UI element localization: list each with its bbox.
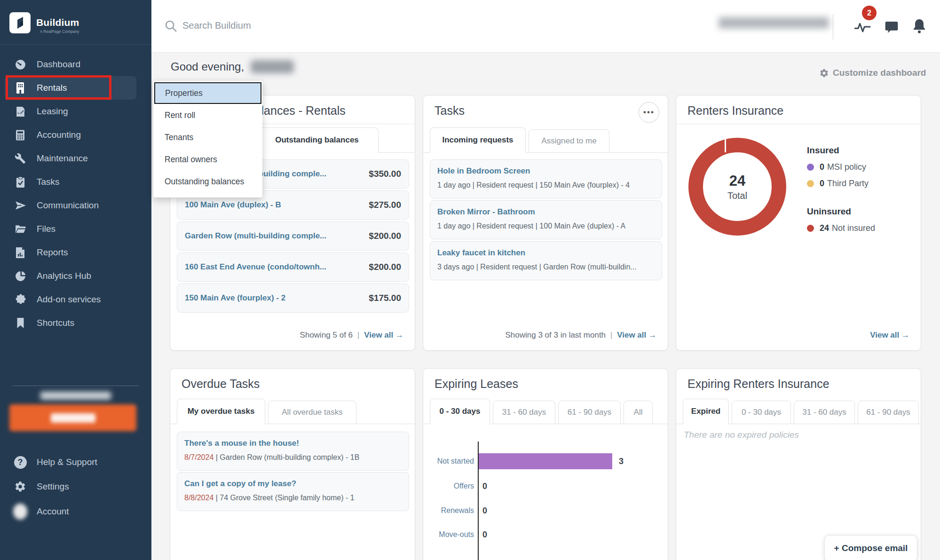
sidebar-item-maintenance[interactable]: Maintenance	[0, 147, 151, 170]
sidebar-item-reports[interactable]: Reports	[0, 241, 151, 264]
card-footer: View all →	[870, 331, 909, 340]
card-tasks: Tasks ••• Incoming requests Assigned to …	[423, 95, 668, 351]
report-doc-icon	[14, 246, 26, 259]
showing-count: Showing 3 of 3 in last month	[505, 331, 606, 340]
legend-dot-purple	[807, 164, 814, 171]
sidebar-item-add-on-services[interactable]: Add-on services	[0, 288, 151, 311]
card-title: Overdue Tasks	[182, 377, 260, 391]
menu-item-properties[interactable]: Properties	[154, 82, 261, 104]
card-footer: Showing 3 of 3 in last month | View all …	[505, 331, 656, 340]
balance-row[interactable]: 160 East End Avenue (condo/townh... $200…	[177, 252, 409, 282]
sidebar-item-leasing[interactable]: Leasing	[0, 100, 151, 123]
rentals-dropdown-menu: Properties Rent roll Tenants Rental owne…	[153, 81, 262, 197]
search-input[interactable]: Search Buildium	[182, 20, 251, 31]
chat-icon[interactable]	[884, 20, 900, 35]
activity-pulse-icon[interactable]	[853, 17, 873, 36]
legend-heading-uninsured: Uninsured	[807, 206, 915, 217]
sidebar-item-settings[interactable]: Settings	[0, 475, 151, 498]
overdue-date: 8/7/2024	[184, 453, 213, 461]
brand-name: Buildium	[36, 17, 79, 28]
legend-item-not-insured: 24 Not insured	[807, 223, 915, 233]
legend-item-third-party: 0 Third Party	[807, 179, 915, 189]
speedometer-icon	[14, 58, 26, 71]
sidebar-item-rentals[interactable]: Rentals	[5, 76, 136, 100]
donut-center: 24 Total	[688, 138, 786, 236]
sidebar-nav: Dashboard Rentals Leasing Accounting Mai…	[0, 53, 151, 335]
tab-all[interactable]: All	[624, 401, 653, 424]
tab-all-overdue-tasks[interactable]: All overdue tasks	[268, 401, 356, 424]
sidebar-item-shortcuts[interactable]: Shortcuts	[0, 311, 151, 335]
bookmark-icon	[14, 317, 26, 329]
brand-text: Buildium A RealPage Company	[36, 17, 79, 34]
legend-item-msi: 0 MSI policy	[807, 162, 915, 172]
card-expiring-renters-insurance: Expiring Renters Insurance Expired 0 - 3…	[676, 368, 921, 560]
menu-item-tenants[interactable]: Tenants	[153, 126, 262, 149]
gear-icon	[819, 68, 829, 78]
overdue-task-item[interactable]: Can I get a copy of my lease? 8/8/2024 |…	[177, 472, 409, 511]
divider	[676, 124, 921, 124]
task-item[interactable]: Hole in Bedroom Screen 1 day ago | Resid…	[430, 159, 662, 198]
sidebar-item-files[interactable]: Files	[0, 217, 151, 241]
card-overdue-tasks: Overdue Tasks My overdue tasks All overd…	[170, 368, 415, 560]
overdue-date: 8/8/2024	[184, 494, 213, 502]
tab-0-30-days[interactable]: 0 - 30 days	[430, 399, 490, 424]
empty-state-message: There are no expired policies	[684, 430, 799, 440]
notification-badge: 2	[862, 6, 877, 20]
view-all-link[interactable]: View all →	[364, 331, 403, 340]
topbar-divider	[833, 14, 833, 39]
legend-dot-gold	[807, 180, 814, 187]
wrench-icon	[14, 152, 26, 165]
brand-subtitle: A RealPage Company	[36, 29, 79, 34]
card-title: Renters Insurance	[687, 104, 783, 118]
topbar: Search Buildium 2	[151, 0, 940, 53]
user-email-redacted[interactable]	[719, 17, 829, 29]
menu-item-rent-roll[interactable]: Rent roll	[153, 104, 262, 126]
tab-expired[interactable]: Expired	[683, 399, 729, 424]
sidebar-item-tasks[interactable]: Tasks	[0, 170, 151, 194]
overdue-task-item[interactable]: There's a mouse in the house! 8/7/2024 |…	[177, 432, 409, 471]
kebab-menu-icon[interactable]: •••	[639, 102, 659, 123]
card-title: Expiring Leases	[434, 377, 518, 391]
tab-61-90-days[interactable]: 61 - 90 days	[558, 401, 621, 424]
balance-row[interactable]: 150 Main Ave (fourplex) - 2 $175.00	[177, 284, 409, 313]
tab-outstanding-balances[interactable]: Outstanding balances	[255, 127, 379, 153]
customize-dashboard-label: Customize dashboard	[833, 68, 926, 78]
sidebar-item-analytics-hub[interactable]: Analytics Hub	[0, 264, 151, 288]
sidebar-item-accounting[interactable]: Accounting	[0, 123, 151, 147]
chart-row-not-started: Not started 3	[423, 453, 658, 470]
tab-assigned-to-me[interactable]: Assigned to me	[529, 129, 609, 153]
paper-plane-icon	[14, 199, 26, 212]
chart-row-offers: Offers 0	[423, 478, 658, 495]
task-item[interactable]: Leaky faucet in kitchen 3 days ago | Res…	[430, 241, 662, 280]
lease-pen-icon	[14, 105, 26, 118]
task-item[interactable]: Broken Mirror - Bathroom 1 day ago | Res…	[430, 200, 662, 239]
menu-item-outstanding-balances[interactable]: Outstanding balances	[153, 171, 262, 193]
bell-icon[interactable]	[911, 18, 927, 35]
sidebar-item-help-support[interactable]: ? Help & Support	[0, 450, 151, 474]
search-icon[interactable]	[164, 19, 178, 33]
buildium-logo-icon[interactable]	[9, 12, 31, 33]
trial-cta-button-redacted[interactable]	[9, 404, 136, 431]
tab-61-90-days[interactable]: 61 - 90 days	[858, 401, 919, 424]
tab-my-overdue-tasks[interactable]: My overdue tasks	[177, 399, 265, 424]
balance-row[interactable]: Garden Row (multi-building comple... $20…	[177, 221, 409, 251]
compose-email-button[interactable]: + Compose email	[824, 535, 917, 560]
tab-0-30-days[interactable]: 0 - 30 days	[732, 401, 791, 424]
customize-dashboard-button[interactable]: Customize dashboard	[819, 68, 926, 78]
card-expiring-leases: Expiring Leases 0 - 30 days 31 - 60 days…	[423, 368, 668, 560]
view-all-link[interactable]: View all →	[870, 331, 909, 340]
tab-31-60-days[interactable]: 31 - 60 days	[493, 401, 555, 424]
tab-31-60-days[interactable]: 31 - 60 days	[794, 401, 855, 424]
puzzle-icon	[14, 293, 26, 306]
view-all-link[interactable]: View all →	[617, 331, 656, 340]
sidebar-item-communication[interactable]: Communication	[0, 194, 151, 217]
showing-count: Showing 5 of 6	[300, 331, 353, 340]
bar-not-started	[479, 453, 612, 469]
tab-incoming-requests[interactable]: Incoming requests	[430, 127, 526, 153]
chart-row-move-outs: Move-outs 0	[423, 526, 658, 543]
sidebar-item-dashboard[interactable]: Dashboard	[0, 53, 151, 76]
legend-dot-red	[807, 225, 814, 232]
trial-info-redacted	[40, 392, 111, 400]
menu-item-rental-owners[interactable]: Rental owners	[153, 149, 262, 171]
sidebar-item-account[interactable]: Account	[0, 500, 151, 523]
